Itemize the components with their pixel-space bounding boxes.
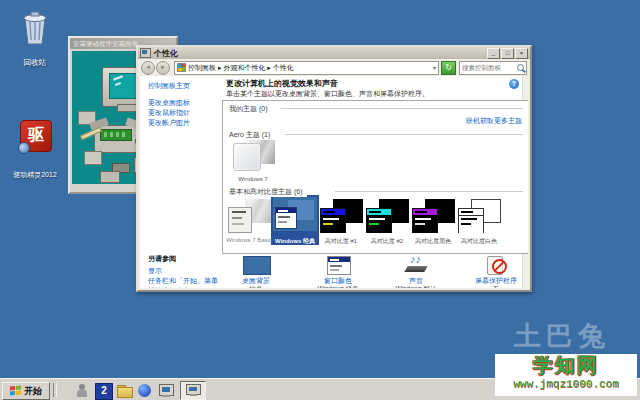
dash (232, 223, 244, 225)
folder-body (117, 387, 133, 398)
theme-label-2: 高对比度 #1 (317, 237, 365, 246)
sidebar-item-display[interactable]: 显示 (148, 266, 162, 276)
theme-windows7-aero[interactable] (231, 140, 275, 174)
sphere (138, 384, 151, 397)
quick-launch-app2-icon[interactable]: 2 (95, 383, 113, 400)
breadcrumb: 控制面板 ▸ 外观和个性化 ▸ 个性化 (188, 63, 433, 73)
sidebar-item-change-account-picture[interactable]: 更改帐户图片 (148, 118, 190, 128)
flag-red (10, 386, 15, 390)
quick-launch-folder-icon[interactable] (116, 383, 132, 398)
theme-windows-classic[interactable] (273, 197, 317, 231)
dash (278, 210, 288, 212)
sidebar-item-ease-of-access[interactable]: 轻松访问中心 (148, 286, 190, 288)
music-notes: ♪♪ (410, 253, 421, 265)
minimize-button[interactable]: _ (487, 48, 500, 59)
aero-glass-square (233, 143, 261, 171)
theme-label-0: Windows 7 Basic (225, 237, 273, 243)
footer-value-screen-saver: 无 (466, 285, 526, 288)
theme-high-contrast-1[interactable] (319, 199, 363, 233)
hc2-window (366, 208, 392, 233)
address-field[interactable]: 控制面板 ▸ 外观和个性化 ▸ 个性化 ▾ (174, 61, 439, 75)
promo-watermark: 学知网 www.jmqz1000.com (495, 354, 637, 396)
footer-desktop-background[interactable]: 桌面背景 纯色 (226, 256, 286, 288)
themes-panel: 我的主题 (0) 联机获取更多主题 Aero 主题 (1) Windows 7 … (222, 100, 528, 254)
screen-glint (113, 75, 123, 80)
personalization-window: 个性化 _ □ × ◄ ► 控制面板 ▸ 外观和个性化 ▸ 个性化 ▾ ↻ ? … (136, 45, 532, 292)
taskbar-active-window-button[interactable] (180, 381, 206, 400)
ql-screen (162, 387, 170, 392)
section-my-themes: 我的主题 (0) (229, 104, 272, 114)
window-titlebar[interactable]: 个性化 _ □ × (138, 47, 530, 59)
get-more-themes-link[interactable]: 联机获取更多主题 (466, 116, 522, 126)
dash (278, 216, 290, 218)
sidebar-item-change-desktop-icons[interactable]: 更改桌面图标 (148, 98, 190, 108)
footer-sounds[interactable]: ♪♪ 声音 Windows 默认 (386, 256, 446, 288)
dash (278, 221, 287, 223)
footer-window-color[interactable]: 窗口颜色 Windows 经典 (308, 256, 368, 288)
wallpaper-watermark: 土巴兔 (514, 318, 610, 354)
start-button[interactable]: 开始 (2, 382, 50, 400)
quick-launch-sphere-icon[interactable] (137, 383, 153, 398)
sidebar-item-taskbar-start-menu[interactable]: 任务栏和「开始」菜单 (148, 276, 218, 286)
maximize-button[interactable]: □ (501, 48, 514, 59)
desktop-icon-recycle-bin[interactable]: 回收站 (0, 10, 70, 72)
flag-yellow (16, 391, 21, 395)
footer-value-window-color: Windows 经典 (308, 285, 368, 288)
theme-high-contrast-black[interactable] (411, 199, 455, 233)
dash (369, 223, 379, 225)
quick-launch-person-icon[interactable] (74, 383, 90, 398)
dash (461, 218, 477, 220)
page-subtitle: 单击某个主题以更改桌面背景、窗口颜色、声音和屏幕保护程序。 (226, 89, 429, 99)
speaker-slab (404, 266, 427, 272)
theme-high-contrast-white[interactable] (457, 199, 501, 233)
theme-label-3: 高对比度 #2 (363, 237, 411, 246)
prohibition-bar (494, 261, 505, 272)
theme-label-1: Windows 经典 (271, 237, 319, 246)
dash (330, 259, 339, 261)
help-icon[interactable]: ? (509, 79, 519, 89)
sidebar-item-change-mouse-pointers[interactable]: 更改鼠标指针 (148, 108, 190, 118)
recycle-bin-label: 回收站 (0, 58, 70, 68)
prohibition-icon (492, 259, 507, 274)
quick-launch-computer-icon[interactable] (158, 383, 174, 398)
footer-screen-saver[interactable]: 屏幕保护程序 无 (466, 256, 526, 288)
hcb-titlebar (413, 209, 437, 215)
window-color-icon (327, 256, 351, 275)
search-input[interactable] (462, 64, 517, 71)
hardware-box-2 (84, 151, 102, 165)
hardware-box-4 (100, 171, 120, 183)
search-icon[interactable] (517, 64, 524, 71)
app2-glyph: 2 (101, 385, 107, 396)
hc1-titlebar (321, 209, 345, 215)
hcw-titlebar (459, 209, 483, 216)
classic-front-window (275, 207, 297, 229)
taskbar-separator (53, 383, 57, 397)
see-also-header: 另请参阅 (148, 254, 176, 264)
rule-aero (285, 134, 523, 135)
dash (415, 223, 425, 225)
hc1-window (320, 208, 346, 233)
desktop-icon-driver-genie[interactable]: 驱 驱动精灵2012 (0, 120, 70, 182)
basic-mini-window (228, 207, 252, 233)
theme-label-windows7: Windows 7 (229, 176, 277, 182)
dash (232, 211, 246, 213)
forward-button[interactable]: ► (156, 61, 170, 75)
theme-label-5: 高对比度白色 (455, 237, 503, 246)
promo-site-url: www.jmqz1000.com (495, 377, 637, 391)
flag-blue (10, 391, 15, 395)
screen-glint2 (115, 82, 121, 86)
theme-high-contrast-2[interactable] (365, 199, 409, 233)
window-title: 个性化 (154, 48, 486, 59)
wizard-title-text: 安装驱动程序安装向导 (73, 40, 138, 47)
start-label: 开始 (24, 385, 42, 398)
sidebar-item-control-panel-home[interactable]: 控制面板主页 (148, 81, 190, 91)
address-bar: ◄ ► 控制面板 ▸ 外观和个性化 ▸ 个性化 ▾ ↻ (138, 59, 530, 76)
search-box[interactable] (459, 61, 527, 75)
back-button[interactable]: ◄ (141, 61, 155, 75)
theme-windows7-basic[interactable] (227, 199, 271, 233)
footer-value-desktop-background: 纯色 (226, 285, 286, 288)
rule-my-themes (281, 108, 523, 109)
refresh-button[interactable]: ↻ (441, 61, 456, 75)
close-button[interactable]: × (515, 48, 528, 59)
address-dropdown-icon[interactable]: ▾ (433, 64, 436, 71)
